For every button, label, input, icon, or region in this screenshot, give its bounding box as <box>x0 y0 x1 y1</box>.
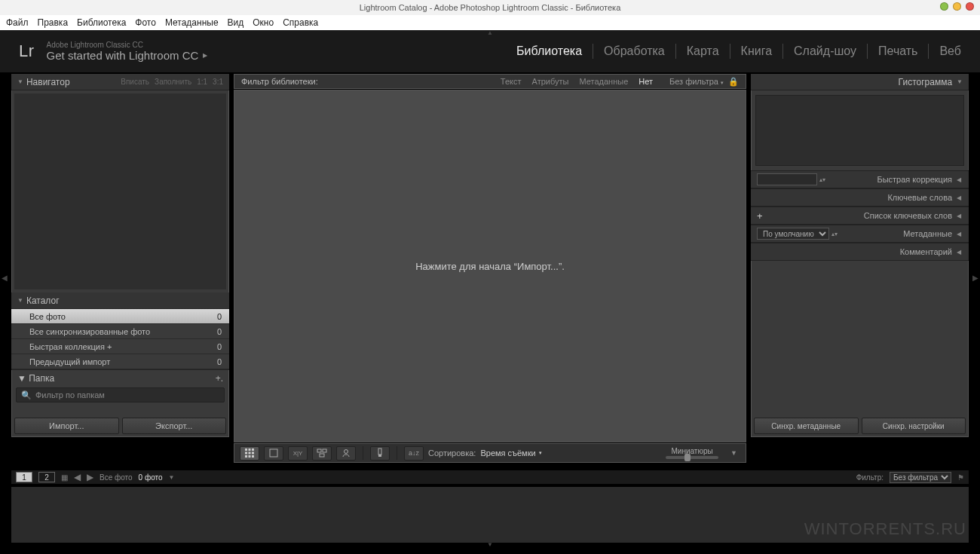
survey-view-button[interactable] <box>312 446 332 461</box>
module-tab-6[interactable]: Веб <box>939 44 961 58</box>
svg-rect-0 <box>245 448 247 451</box>
histogram-header[interactable]: Гистограмма ▼ <box>751 74 969 90</box>
grid-toolbar: X|Y a↓z Сортировка: Время съёмки▾ Миниат… <box>233 443 747 464</box>
source-label[interactable]: Все фото <box>100 473 133 482</box>
menu-справка[interactable]: Справка <box>283 17 318 28</box>
svg-rect-2 <box>252 448 254 451</box>
zoom-Заполнить[interactable]: Заполнить <box>155 78 191 86</box>
menu-правка[interactable]: Правка <box>38 17 69 28</box>
metadata-preset-select[interactable]: По умолчанию <box>757 228 829 240</box>
svg-point-13 <box>345 450 348 454</box>
lock-icon[interactable]: 🔒 <box>728 77 739 87</box>
export-button[interactable]: Экспорт... <box>122 418 227 434</box>
filter-tab-Атрибуты[interactable]: Атрибуты <box>532 77 569 86</box>
filter-preset-dropdown[interactable]: Без фильтра ▾ <box>669 77 724 86</box>
right-panel: Гистограмма ▼ ▴▾Быстрая коррекция◀Ключев… <box>750 73 969 438</box>
zoom-3:1[interactable]: 3:1 <box>213 78 223 86</box>
minimize-icon[interactable] <box>940 2 948 11</box>
nav-forward-icon[interactable]: ▶ <box>87 472 93 482</box>
compare-view-button[interactable]: X|Y <box>288 446 308 461</box>
navigator-zoom-options: ВписатьЗаполнить1:13:1 <box>121 78 223 86</box>
navigator-preview[interactable] <box>14 93 226 289</box>
source-menu-icon[interactable]: ▼ <box>169 474 175 481</box>
catalog-list: Все фото0Все синхронизированные фото0Быс… <box>11 309 229 369</box>
sync-settings-button[interactable]: Синхр. настройки <box>862 418 966 434</box>
menu-вид[interactable]: Вид <box>228 17 244 28</box>
module-tab-2[interactable]: Карта <box>687 44 719 58</box>
monitor-1-button[interactable]: 1 <box>16 472 32 482</box>
catalog-header[interactable]: ▼ Каталог <box>11 292 229 309</box>
image-grid[interactable]: Нажмите для начала “Импорт...”. <box>233 90 747 443</box>
svg-rect-7 <box>249 455 251 458</box>
sync-metadata-button[interactable]: Синхр. метаданные <box>754 418 859 434</box>
zoom-1:1[interactable]: 1:1 <box>197 78 207 86</box>
chevron-right-icon: ▶ <box>203 52 207 59</box>
svg-rect-14 <box>378 448 381 455</box>
right-panel-4[interactable]: Комментарий◀ <box>751 243 969 261</box>
loupe-view-button[interactable] <box>264 446 283 461</box>
right-panel-3[interactable]: По умолчанию▴▾Метаданные◀ <box>751 225 969 243</box>
grid-icon[interactable]: ▦ <box>61 473 68 482</box>
catalog-item-0[interactable]: Все фото0 <box>11 309 229 324</box>
right-panel-0[interactable]: ▴▾Быстрая коррекция◀ <box>751 170 969 188</box>
svg-rect-10 <box>317 449 321 452</box>
catalog-item-1[interactable]: Все синхронизированные фото0 <box>11 324 229 339</box>
menu-метаданные[interactable]: Метаданные <box>165 17 219 28</box>
sort-direction-button[interactable]: a↓z <box>404 446 424 461</box>
collapse-left-icon[interactable]: ◀ <box>2 273 8 281</box>
catalog-item-2[interactable]: Быстрая коллекция +0 <box>11 339 229 354</box>
flag-filter-icon[interactable]: ⚑ <box>957 473 964 482</box>
svg-rect-4 <box>249 452 251 455</box>
app-logo: Lr <box>19 41 35 61</box>
histogram-display[interactable] <box>755 95 964 166</box>
thumbnail-slider[interactable] <box>666 456 718 459</box>
svg-rect-6 <box>245 455 247 458</box>
svg-rect-1 <box>249 448 251 451</box>
module-tab-0[interactable]: Библиотека <box>516 44 582 58</box>
module-tab-1[interactable]: Обработка <box>604 44 665 58</box>
maximize-icon[interactable] <box>953 2 961 11</box>
sort-field-dropdown[interactable]: Время съёмки▾ <box>480 448 541 458</box>
monitor-2-button[interactable]: 2 <box>38 472 55 482</box>
filter-tab-Текст[interactable]: Текст <box>501 77 522 86</box>
filter-tab-Метаданные[interactable]: Метаданные <box>579 77 628 86</box>
painter-tool-button[interactable] <box>370 446 390 461</box>
menu-фото[interactable]: Фото <box>135 17 156 28</box>
identity-line2[interactable]: Get started with Lightroom CC▶ <box>47 49 208 62</box>
folder-filter-input[interactable]: 🔍 Фильтр по папкам <box>16 387 225 402</box>
chevron-down-icon: ▼ <box>957 78 963 85</box>
add-folder-icon[interactable]: +. <box>216 373 223 384</box>
menu-окно[interactable]: Окно <box>253 17 274 28</box>
plus-icon[interactable]: + <box>757 210 763 222</box>
identity-line1: Adobe Lightroom Classic CC <box>47 41 208 49</box>
window-title: Lightroom Catalog - Adobe Photoshop Ligh… <box>360 3 621 12</box>
menu-библиотека[interactable]: Библиотека <box>77 17 126 28</box>
navigator-header[interactable]: ▼ Навигатор ВписатьЗаполнить1:13:1 <box>11 74 229 90</box>
import-button[interactable]: Импорт... <box>14 418 119 434</box>
collapse-bottom-icon[interactable]: ▼ <box>487 542 493 548</box>
toolbar-menu-icon[interactable]: ▼ <box>727 449 740 457</box>
close-icon[interactable] <box>966 2 974 11</box>
right-panel-1[interactable]: Ключевые слова◀ <box>751 188 969 207</box>
menu-bar: ФайлПравкаБиблиотекаФотоМетаданныеВидОкн… <box>0 15 980 30</box>
zoom-Вписать[interactable]: Вписать <box>121 78 149 86</box>
folders-header[interactable]: ▼ Папка +. <box>11 369 229 386</box>
quick-dev-field[interactable] <box>757 173 817 185</box>
nav-back-icon[interactable]: ◀ <box>74 472 81 482</box>
module-tab-4[interactable]: Слайд-шоу <box>794 44 856 58</box>
svg-rect-8 <box>252 455 254 458</box>
people-view-button[interactable] <box>336 446 356 461</box>
collapse-top-icon[interactable]: ▲ <box>487 30 493 36</box>
filmstrip-filter-dropdown[interactable]: Без фильтра <box>890 472 951 483</box>
collapse-right-icon[interactable]: ▶ <box>972 273 978 281</box>
svg-rect-12 <box>320 454 324 457</box>
grid-view-button[interactable] <box>240 446 259 461</box>
module-tab-5[interactable]: Печать <box>878 44 917 58</box>
catalog-item-3[interactable]: Предыдущий импорт0 <box>11 354 229 369</box>
menu-файл[interactable]: Файл <box>6 17 29 28</box>
watermark: WINTORRENTS.RU <box>804 519 966 539</box>
empty-grid-message: Нажмите для начала “Импорт...”. <box>415 261 565 272</box>
filter-tab-Нет[interactable]: Нет <box>639 77 653 86</box>
right-panel-2[interactable]: +Список ключевых слов◀ <box>751 207 969 225</box>
module-tab-3[interactable]: Книга <box>741 44 772 58</box>
